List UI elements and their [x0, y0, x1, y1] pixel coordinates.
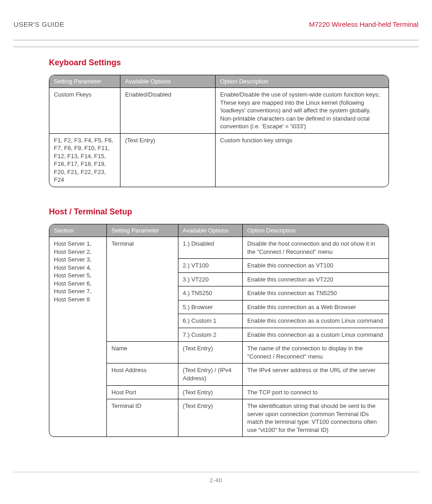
cell-options: 2.) VT100 — [178, 258, 243, 272]
cell-desc: Enable this connection as VT220 — [243, 272, 389, 286]
cell-desc: Custom function key strings — [216, 133, 389, 187]
cell-options: 5.) Browser — [178, 300, 243, 314]
cell-desc: Enable this connection as TN5250 — [243, 286, 389, 300]
cell-desc: Enable this connection as a custom Linux… — [243, 328, 389, 342]
header-rule — [14, 40, 418, 47]
cell-options: 1.) Disabled — [178, 237, 243, 258]
cell-desc: Disable the host connection and do not s… — [243, 237, 389, 258]
cell-desc: Enable this connection as a custom Linux… — [243, 314, 389, 328]
cell-desc: Enable/Disable the use of system-wide cu… — [216, 87, 389, 133]
cell-section: Host Server 1, Host Server 2, Host Serve… — [49, 237, 107, 436]
col-option-description: Option Description — [243, 224, 389, 237]
cell-options: 7.) Custom 2 — [178, 328, 243, 342]
cell-options: 3.) VT220 — [178, 272, 243, 286]
cell-param: Terminal ID — [107, 399, 178, 436]
header-left: USER'S GUIDE — [14, 20, 64, 28]
cell-options: 6.) Custom 1 — [178, 314, 243, 328]
keyboard-settings-table: Setting Parameter Available Options Opti… — [49, 75, 389, 187]
table-row: Custom Fkeys Enabled/Disabled Enable/Dis… — [49, 87, 389, 133]
col-section: Section — [49, 224, 107, 237]
header-bar: USER'S GUIDE M7220 Wireless Hand-held Te… — [14, 20, 418, 28]
cell-options: (Text Entry) — [120, 133, 216, 187]
cell-options: (Text Entry) — [178, 341, 243, 363]
table-header-row: Setting Parameter Available Options Opti… — [49, 75, 389, 87]
cell-desc: The IPv4 server address or the URL of th… — [243, 363, 389, 385]
table-row: F1, F2, F3, F4, F5, F6, F7, F8, F9, F10,… — [49, 133, 389, 187]
cell-desc: The name of the connection to display in… — [243, 341, 389, 363]
cell-desc: The TCP port to connect to — [243, 385, 389, 399]
cell-param: Name — [107, 341, 178, 363]
cell-param: Host Address — [107, 363, 178, 385]
cell-param: Custom Fkeys — [49, 87, 120, 133]
section-title-keyboard: Keyboard Settings — [49, 58, 389, 68]
page-number: 2-40 — [0, 477, 432, 484]
cell-options: 4.) TN5250 — [178, 286, 243, 300]
col-setting-parameter: Setting Parameter — [107, 224, 178, 237]
col-option-description: Option Description — [216, 75, 389, 87]
cell-options: (Text Entry) — [178, 385, 243, 399]
cell-desc: Enable this connection as VT100 — [243, 258, 389, 272]
col-available-options: Available Options — [178, 224, 243, 237]
section-title-host: Host / Terminal Setup — [49, 207, 389, 217]
col-available-options: Available Options — [120, 75, 216, 87]
cell-param: F1, F2, F3, F4, F5, F6, F7, F8, F9, F10,… — [49, 133, 120, 187]
footer-rule — [14, 472, 418, 472]
page: USER'S GUIDE M7220 Wireless Hand-held Te… — [0, 0, 432, 504]
table-header-row: Section Setting Parameter Available Opti… — [49, 224, 389, 237]
cell-param: Terminal — [107, 237, 178, 341]
header-right: M7220 Wireless Hand-held Terminal — [309, 20, 419, 28]
cell-desc: The identification string that should be… — [243, 399, 389, 436]
cell-options: Enabled/Disabled — [120, 87, 216, 133]
cell-param: Host Port — [107, 385, 178, 399]
col-setting-parameter: Setting Parameter — [49, 75, 120, 87]
table-row: Host Server 1, Host Server 2, Host Serve… — [49, 237, 389, 258]
cell-desc: Enable this connection as a Web Browser — [243, 300, 389, 314]
host-terminal-table: Section Setting Parameter Available Opti… — [49, 224, 389, 437]
cell-options: (Text Entry) — [178, 399, 243, 436]
content-area: Keyboard Settings Setting Parameter Avai… — [49, 58, 389, 437]
cell-options: (Text Entry) / (IPv4 Address) — [178, 363, 243, 385]
